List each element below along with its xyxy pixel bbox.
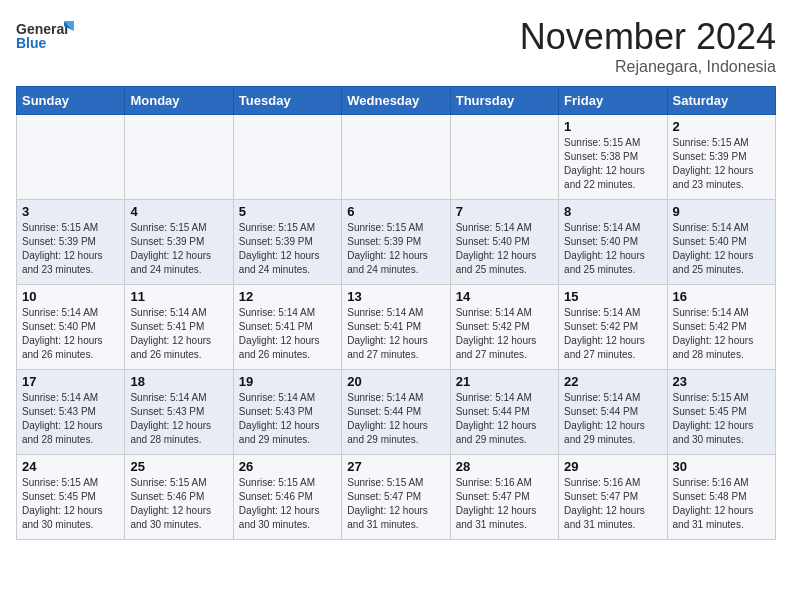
calendar-cell: 4Sunrise: 5:15 AM Sunset: 5:39 PM Daylig… (125, 200, 233, 285)
cell-content: Sunrise: 5:15 AM Sunset: 5:39 PM Dayligh… (22, 221, 119, 277)
cell-content: Sunrise: 5:14 AM Sunset: 5:41 PM Dayligh… (347, 306, 444, 362)
calendar-cell: 20Sunrise: 5:14 AM Sunset: 5:44 PM Dayli… (342, 370, 450, 455)
cell-content: Sunrise: 5:14 AM Sunset: 5:40 PM Dayligh… (564, 221, 661, 277)
day-number: 18 (130, 374, 227, 389)
calendar-cell: 9Sunrise: 5:14 AM Sunset: 5:40 PM Daylig… (667, 200, 775, 285)
day-of-week-header: Friday (559, 87, 667, 115)
day-number: 25 (130, 459, 227, 474)
day-number: 6 (347, 204, 444, 219)
cell-content: Sunrise: 5:14 AM Sunset: 5:44 PM Dayligh… (456, 391, 553, 447)
calendar-cell: 12Sunrise: 5:14 AM Sunset: 5:41 PM Dayli… (233, 285, 341, 370)
calendar-cell: 16Sunrise: 5:14 AM Sunset: 5:42 PM Dayli… (667, 285, 775, 370)
cell-content: Sunrise: 5:14 AM Sunset: 5:42 PM Dayligh… (673, 306, 770, 362)
cell-content: Sunrise: 5:14 AM Sunset: 5:41 PM Dayligh… (239, 306, 336, 362)
calendar-cell: 14Sunrise: 5:14 AM Sunset: 5:42 PM Dayli… (450, 285, 558, 370)
calendar-cell: 2Sunrise: 5:15 AM Sunset: 5:39 PM Daylig… (667, 115, 775, 200)
day-number: 9 (673, 204, 770, 219)
cell-content: Sunrise: 5:15 AM Sunset: 5:45 PM Dayligh… (22, 476, 119, 532)
calendar-cell: 10Sunrise: 5:14 AM Sunset: 5:40 PM Dayli… (17, 285, 125, 370)
cell-content: Sunrise: 5:15 AM Sunset: 5:38 PM Dayligh… (564, 136, 661, 192)
day-of-week-header: Wednesday (342, 87, 450, 115)
calendar-cell (450, 115, 558, 200)
calendar-cell: 23Sunrise: 5:15 AM Sunset: 5:45 PM Dayli… (667, 370, 775, 455)
cell-content: Sunrise: 5:14 AM Sunset: 5:42 PM Dayligh… (456, 306, 553, 362)
calendar-cell: 3Sunrise: 5:15 AM Sunset: 5:39 PM Daylig… (17, 200, 125, 285)
cell-content: Sunrise: 5:16 AM Sunset: 5:47 PM Dayligh… (564, 476, 661, 532)
cell-content: Sunrise: 5:15 AM Sunset: 5:47 PM Dayligh… (347, 476, 444, 532)
cell-content: Sunrise: 5:15 AM Sunset: 5:39 PM Dayligh… (130, 221, 227, 277)
cell-content: Sunrise: 5:14 AM Sunset: 5:41 PM Dayligh… (130, 306, 227, 362)
day-number: 10 (22, 289, 119, 304)
calendar-cell: 26Sunrise: 5:15 AM Sunset: 5:46 PM Dayli… (233, 455, 341, 540)
svg-text:Blue: Blue (16, 35, 47, 51)
cell-content: Sunrise: 5:14 AM Sunset: 5:40 PM Dayligh… (456, 221, 553, 277)
cell-content: Sunrise: 5:16 AM Sunset: 5:47 PM Dayligh… (456, 476, 553, 532)
day-number: 14 (456, 289, 553, 304)
day-number: 7 (456, 204, 553, 219)
cell-content: Sunrise: 5:15 AM Sunset: 5:45 PM Dayligh… (673, 391, 770, 447)
day-of-week-header: Saturday (667, 87, 775, 115)
calendar-cell: 1Sunrise: 5:15 AM Sunset: 5:38 PM Daylig… (559, 115, 667, 200)
cell-content: Sunrise: 5:15 AM Sunset: 5:46 PM Dayligh… (130, 476, 227, 532)
cell-content: Sunrise: 5:14 AM Sunset: 5:43 PM Dayligh… (130, 391, 227, 447)
calendar-cell: 28Sunrise: 5:16 AM Sunset: 5:47 PM Dayli… (450, 455, 558, 540)
day-number: 22 (564, 374, 661, 389)
day-number: 20 (347, 374, 444, 389)
calendar-week-row: 1Sunrise: 5:15 AM Sunset: 5:38 PM Daylig… (17, 115, 776, 200)
day-number: 27 (347, 459, 444, 474)
day-number: 4 (130, 204, 227, 219)
day-of-week-header: Thursday (450, 87, 558, 115)
calendar-week-row: 24Sunrise: 5:15 AM Sunset: 5:45 PM Dayli… (17, 455, 776, 540)
calendar-cell: 13Sunrise: 5:14 AM Sunset: 5:41 PM Dayli… (342, 285, 450, 370)
month-title: November 2024 (520, 16, 776, 58)
calendar-body: 1Sunrise: 5:15 AM Sunset: 5:38 PM Daylig… (17, 115, 776, 540)
calendar-cell: 18Sunrise: 5:14 AM Sunset: 5:43 PM Dayli… (125, 370, 233, 455)
day-of-week-header: Monday (125, 87, 233, 115)
calendar-cell: 27Sunrise: 5:15 AM Sunset: 5:47 PM Dayli… (342, 455, 450, 540)
day-number: 28 (456, 459, 553, 474)
calendar-week-row: 3Sunrise: 5:15 AM Sunset: 5:39 PM Daylig… (17, 200, 776, 285)
logo: General Blue (16, 16, 76, 51)
day-number: 17 (22, 374, 119, 389)
title-area: November 2024 Rejanegara, Indonesia (520, 16, 776, 76)
header: General Blue November 2024 Rejanegara, I… (16, 16, 776, 76)
day-number: 13 (347, 289, 444, 304)
cell-content: Sunrise: 5:15 AM Sunset: 5:39 PM Dayligh… (239, 221, 336, 277)
cell-content: Sunrise: 5:14 AM Sunset: 5:40 PM Dayligh… (22, 306, 119, 362)
cell-content: Sunrise: 5:15 AM Sunset: 5:46 PM Dayligh… (239, 476, 336, 532)
calendar-cell (17, 115, 125, 200)
cell-content: Sunrise: 5:16 AM Sunset: 5:48 PM Dayligh… (673, 476, 770, 532)
day-number: 1 (564, 119, 661, 134)
day-number: 19 (239, 374, 336, 389)
day-number: 15 (564, 289, 661, 304)
day-number: 23 (673, 374, 770, 389)
day-number: 5 (239, 204, 336, 219)
calendar-cell: 8Sunrise: 5:14 AM Sunset: 5:40 PM Daylig… (559, 200, 667, 285)
calendar-week-row: 17Sunrise: 5:14 AM Sunset: 5:43 PM Dayli… (17, 370, 776, 455)
cell-content: Sunrise: 5:15 AM Sunset: 5:39 PM Dayligh… (673, 136, 770, 192)
day-of-week-header: Tuesday (233, 87, 341, 115)
calendar-cell: 24Sunrise: 5:15 AM Sunset: 5:45 PM Dayli… (17, 455, 125, 540)
day-number: 12 (239, 289, 336, 304)
calendar-cell: 29Sunrise: 5:16 AM Sunset: 5:47 PM Dayli… (559, 455, 667, 540)
day-number: 21 (456, 374, 553, 389)
cell-content: Sunrise: 5:14 AM Sunset: 5:40 PM Dayligh… (673, 221, 770, 277)
cell-content: Sunrise: 5:14 AM Sunset: 5:42 PM Dayligh… (564, 306, 661, 362)
calendar-cell: 5Sunrise: 5:15 AM Sunset: 5:39 PM Daylig… (233, 200, 341, 285)
cell-content: Sunrise: 5:14 AM Sunset: 5:44 PM Dayligh… (347, 391, 444, 447)
day-number: 30 (673, 459, 770, 474)
subtitle: Rejanegara, Indonesia (520, 58, 776, 76)
calendar-cell: 30Sunrise: 5:16 AM Sunset: 5:48 PM Dayli… (667, 455, 775, 540)
calendar-cell: 22Sunrise: 5:14 AM Sunset: 5:44 PM Dayli… (559, 370, 667, 455)
day-number: 3 (22, 204, 119, 219)
day-number: 16 (673, 289, 770, 304)
calendar-cell: 6Sunrise: 5:15 AM Sunset: 5:39 PM Daylig… (342, 200, 450, 285)
cell-content: Sunrise: 5:15 AM Sunset: 5:39 PM Dayligh… (347, 221, 444, 277)
calendar-table: SundayMondayTuesdayWednesdayThursdayFrid… (16, 86, 776, 540)
calendar-cell: 7Sunrise: 5:14 AM Sunset: 5:40 PM Daylig… (450, 200, 558, 285)
day-number: 11 (130, 289, 227, 304)
cell-content: Sunrise: 5:14 AM Sunset: 5:43 PM Dayligh… (239, 391, 336, 447)
day-number: 24 (22, 459, 119, 474)
day-number: 29 (564, 459, 661, 474)
calendar-cell: 19Sunrise: 5:14 AM Sunset: 5:43 PM Dayli… (233, 370, 341, 455)
